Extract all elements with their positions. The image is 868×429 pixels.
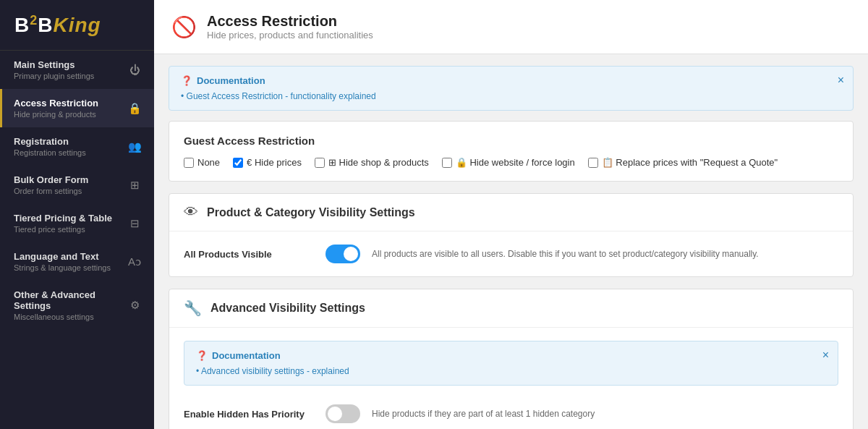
eye-icon: 👁 [184,204,198,221]
nav-icon-registration: 👥 [127,140,142,153]
checkbox-hide-prices[interactable] [233,158,243,168]
nav-item-title-access-restriction: Access Restriction [14,98,127,109]
nav-item-subtitle-other-advanced: Miscellaneous settings [14,313,127,321]
doc-link-2[interactable]: Advanced visibility settings - explained [196,366,349,376]
nav-item-text-bulk-order-form: Bulk Order Form Order form settings [14,174,127,195]
option-none[interactable]: None [184,157,220,168]
checkbox-hide-shop[interactable] [315,158,325,168]
sidebar-item-tiered-pricing[interactable]: Tiered Pricing & Table Tiered price sett… [0,204,154,242]
checkbox-hide-website[interactable] [442,158,452,168]
nav-item-subtitle-tiered-pricing: Tiered price settings [14,225,127,234]
content-area: ❓ Documentation Guest Access Restriction… [154,54,868,429]
product-visibility-title: Product & Category Visibility Settings [207,206,415,219]
all-products-desc: All products are visible to all users. D… [372,249,759,259]
doc-box-1: ❓ Documentation Guest Access Restriction… [169,66,854,111]
sidebar-nav: Main Settings Primary plugin settings ⏻ … [0,51,154,429]
page-header-icon: 🚫 [171,15,197,39]
nav-item-text-other-advanced: Other & Advanced Settings Miscellaneous … [14,289,127,321]
doc-close-2[interactable]: × [822,349,829,362]
nav-icon-access-restriction: 🔒 [127,102,142,115]
hidden-priority-row: Enable Hidden Has Priority Hide products… [184,404,838,423]
hidden-priority-desc: Hide products if they are part of at lea… [372,409,595,419]
page-header: 🚫 Access Restriction Hide prices, produc… [154,0,868,54]
nav-item-title-main-settings: Main Settings [14,59,127,70]
nav-icon-bulk-order-form: ⊞ [127,179,142,192]
option-hide-shop[interactable]: ⊞ Hide shop & products [315,157,429,168]
nav-item-subtitle-registration: Registration settings [14,148,127,157]
sidebar-item-access-restriction[interactable]: Access Restriction Hide pricing & produc… [0,89,154,127]
sidebar-item-language-text[interactable]: Language and Text Strings & language set… [0,242,154,281]
all-products-label: All Products Visible [184,249,314,260]
nav-icon-language-text: Aↄ [127,255,142,268]
hidden-priority-label: Enable Hidden Has Priority [184,409,314,420]
nav-item-subtitle-access-restriction: Hide pricing & products [14,110,127,119]
doc-box-1-title: ❓ Documentation [181,75,841,86]
option-hide-prices[interactable]: € Hide prices [233,157,302,168]
advanced-visibility-card: 🔧 Advanced Visibility Settings ❓ Documen… [169,289,854,429]
nav-item-title-registration: Registration [14,136,127,147]
logo-king: King [53,14,101,36]
guest-access-card: Guest Access Restriction None € Hide pri… [169,121,854,182]
wrench-icon: 🔧 [184,300,202,317]
sidebar: B2BKing Main Settings Primary plugin set… [0,0,154,429]
doc-box-2: ❓ Documentation Advanced visibility sett… [184,341,838,386]
nav-item-subtitle-main-settings: Primary plugin settings [14,72,127,80]
question-icon-2: ❓ [196,350,208,361]
nav-item-subtitle-language-text: Strings & language settings [14,263,127,272]
main-content: 🚫 Access Restriction Hide prices, produc… [154,0,868,429]
sidebar-item-main-settings[interactable]: Main Settings Primary plugin settings ⏻ [0,51,154,89]
advanced-visibility-body: ❓ Documentation Advanced visibility sett… [169,328,853,429]
product-visibility-header: 👁 Product & Category Visibility Settings [169,194,853,232]
guest-access-options: None € Hide prices ⊞ Hide shop & product… [184,157,838,168]
hidden-priority-slider [326,404,360,423]
logo-b: B [14,14,30,36]
option-hide-website[interactable]: 🔒 Hide website / force login [442,157,575,168]
nav-item-subtitle-bulk-order-form: Order form settings [14,187,127,195]
guest-access-title: Guest Access Restriction [184,135,838,147]
nav-item-title-language-text: Language and Text [14,251,127,262]
logo-2: 2 [30,13,38,27]
sidebar-item-registration[interactable]: Registration Registration settings 👥 [0,127,154,166]
nav-item-title-bulk-order-form: Bulk Order Form [14,174,127,185]
doc-link-1[interactable]: Guest Access Restriction - functionality… [181,91,376,101]
logo-b2: B [38,14,53,36]
sidebar-item-other-advanced[interactable]: Other & Advanced Settings Miscellaneous … [0,281,154,330]
question-icon-1: ❓ [181,75,192,86]
hidden-priority-toggle[interactable] [326,404,360,423]
nav-item-title-tiered-pricing: Tiered Pricing & Table [14,213,127,224]
checkbox-replace-prices[interactable] [588,158,598,168]
advanced-visibility-header: 🔧 Advanced Visibility Settings [169,289,853,328]
page-title: Access Restriction [207,13,373,30]
option-replace-prices[interactable]: 📋 Replace prices with "Request a Quote" [588,157,778,168]
product-visibility-card: 👁 Product & Category Visibility Settings… [169,193,854,277]
nav-item-text-tiered-pricing: Tiered Pricing & Table Tiered price sett… [14,213,127,234]
advanced-visibility-title: Advanced Visibility Settings [210,302,365,315]
all-products-row: All Products Visible All products are vi… [184,245,838,263]
all-products-toggle[interactable] [326,245,360,263]
nav-item-text-language-text: Language and Text Strings & language set… [14,251,127,272]
nav-icon-main-settings: ⏻ [127,64,142,76]
sidebar-logo: B2BKing [0,0,154,51]
all-products-slider [326,245,360,263]
checkbox-none[interactable] [184,158,194,168]
nav-icon-other-advanced: ⚙ [127,299,142,312]
nav-item-title-other-advanced: Other & Advanced Settings [14,289,127,311]
sidebar-item-bulk-order-form[interactable]: Bulk Order Form Order form settings ⊞ [0,166,154,204]
product-visibility-body: All Products Visible All products are vi… [169,232,853,276]
nav-item-text-main-settings: Main Settings Primary plugin settings [14,59,127,80]
nav-icon-tiered-pricing: ⊟ [127,217,142,230]
nav-item-text-registration: Registration Registration settings [14,136,127,157]
doc-box-2-title: ❓ Documentation [196,350,826,361]
page-subtitle: Hide prices, products and functionalitie… [207,30,373,41]
logo-text: B2BKing [14,13,140,37]
doc-close-1[interactable]: × [838,74,844,87]
nav-item-text-access-restriction: Access Restriction Hide pricing & produc… [14,98,127,119]
page-header-text: Access Restriction Hide prices, products… [207,13,373,41]
